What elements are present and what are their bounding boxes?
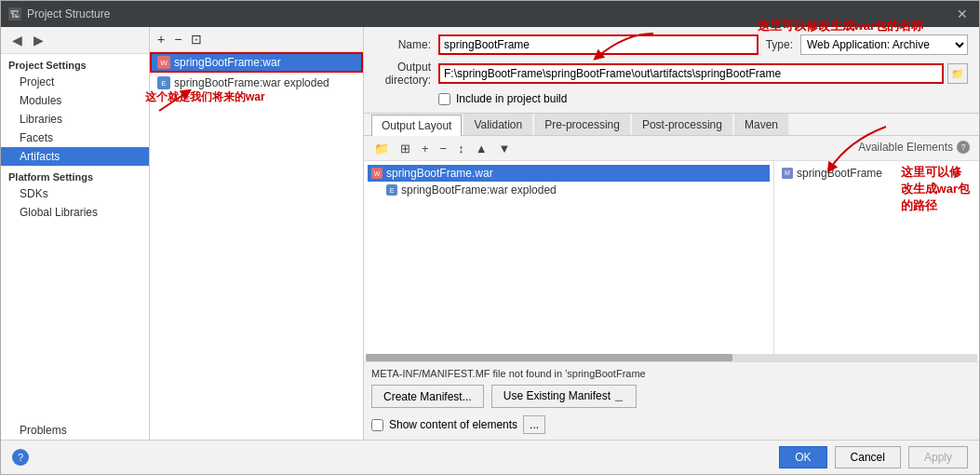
war-icon: W [157, 56, 170, 69]
artifact-war-label: springBootFrame:war [174, 56, 281, 69]
folder-icon-btn[interactable]: 📁 [369, 140, 394, 157]
include-in-build-checkbox[interactable] [438, 93, 450, 105]
tab-output-layout[interactable]: Output Layout [371, 115, 462, 136]
sidebar-item-global-libraries[interactable]: Global Libraries [1, 203, 149, 222]
available-sbf-label: springBootFrame [797, 167, 882, 180]
show-content-label: Show content of elements [389, 418, 517, 431]
output-dir-container: 📁 [438, 63, 968, 84]
footer: ? OK Cancel Apply [1, 440, 979, 474]
artifact-list: W springBootFrame:war E springBootFrame:… [150, 52, 363, 440]
up-btn[interactable]: ▲ [471, 140, 492, 157]
available-label: Available Elements [858, 141, 953, 154]
tree-item-war[interactable]: W springBootFrame.war [368, 165, 770, 182]
show-content-row: Show content of elements ... [371, 415, 972, 434]
name-input[interactable] [438, 34, 758, 55]
right-panel: Name: Type: Web Application: Archive Out… [364, 27, 979, 440]
project-settings-label: Project Settings [1, 54, 149, 73]
artifact-exploded-item[interactable]: E springBootFrame:war exploded [150, 73, 363, 93]
apply-button[interactable]: Apply [908, 446, 968, 468]
output-bottom: META-INF/MANIFEST.MF file not found in '… [364, 361, 979, 440]
output-split: W springBootFrame.war E springBootFrame:… [364, 161, 979, 354]
type-select[interactable]: Web Application: Archive [800, 34, 968, 55]
title-bar: 🏗 Project Structure ✕ [1, 1, 979, 27]
sidebar-item-artifacts[interactable]: Artifacts [1, 147, 149, 166]
name-label: Name: [375, 38, 431, 51]
tree-item-exploded[interactable]: E springBootFrame:war exploded [383, 182, 770, 198]
tree-war-label: springBootFrame.war [386, 167, 493, 180]
footer-left: ? [12, 449, 29, 466]
down-btn[interactable]: ▼ [494, 140, 516, 157]
remove-artifact-button[interactable]: − [170, 30, 185, 48]
footer-right: OK Cancel Apply [779, 446, 968, 468]
title-bar-left: 🏗 Project Structure [8, 7, 110, 20]
add-artifact-button[interactable]: + [154, 30, 168, 48]
tree-exploded-icon: E [386, 184, 397, 196]
ok-button[interactable]: OK [779, 446, 826, 468]
include-label: Include in project build [456, 92, 567, 105]
artifact-list-panel: + − ⊡ W springBootFrame:war E springBoot… [150, 27, 364, 440]
help-button[interactable]: ? [12, 449, 29, 466]
sidebar-item-modules[interactable]: Modules [1, 91, 149, 110]
show-content-button[interactable]: ... [523, 415, 545, 434]
main-content: ◀ ▶ Project Settings Project Modules Lib… [1, 27, 979, 440]
include-checkbox-row: Include in project build [438, 92, 968, 105]
output-layout: 📁 ⊞ + − ↕ ▲ ▼ Available Elements ? [364, 136, 979, 440]
reorder-btn[interactable]: ↕ [453, 140, 469, 157]
sidebar-item-problems[interactable]: Problems [1, 421, 149, 440]
show-content-checkbox[interactable] [371, 419, 383, 431]
output-toolbar: 📁 ⊞ + − ↕ ▲ ▼ Available Elements ? [364, 136, 979, 161]
browse-dir-button[interactable]: 📁 [947, 63, 968, 84]
forward-button[interactable]: ▶ [30, 31, 47, 49]
horizontal-scrollbar[interactable] [366, 354, 977, 361]
manifest-warning: META-INF/MANIFEST.MF file not found in '… [371, 368, 972, 379]
artifact-toolbar: + − ⊡ [150, 27, 363, 52]
platform-settings-label: Platform Settings [1, 166, 149, 184]
remove-output-btn[interactable]: − [436, 140, 452, 157]
output-dir-label: Output directory: [375, 61, 431, 87]
close-button[interactable]: ✕ [953, 5, 972, 23]
tab-maven[interactable]: Maven [734, 114, 788, 135]
dialog-icon: 🏗 [8, 7, 21, 20]
artifact-exploded-label: springBootFrame:war exploded [174, 76, 329, 89]
add-output-btn[interactable]: + [417, 140, 434, 157]
create-manifest-button[interactable]: Create Manifest... [371, 385, 484, 408]
output-tree: W springBootFrame.war E springBootFrame:… [364, 161, 774, 354]
sidebar-item-libraries[interactable]: Libraries [1, 110, 149, 129]
tab-pre-processing[interactable]: Pre-processing [534, 114, 630, 135]
project-structure-dialog: 🏗 Project Structure ✕ ◀ ▶ Project Settin… [0, 0, 980, 475]
tab-post-processing[interactable]: Post-processing [632, 114, 732, 135]
manifest-buttons: Create Manifest... Use Existing Manifest… [371, 385, 972, 408]
name-row: Name: Type: Web Application: Archive [375, 34, 968, 55]
sidebar-item-project[interactable]: Project [1, 73, 149, 91]
available-sbf-item[interactable]: M springBootFrame [778, 165, 975, 182]
copy-artifact-button[interactable]: ⊡ [187, 30, 206, 48]
available-elements-panel: M springBootFrame [774, 161, 979, 354]
type-label: Type: [766, 38, 793, 51]
back-button[interactable]: ◀ [8, 31, 26, 49]
tree-war-icon: W [371, 168, 383, 179]
available-elements-header: Available Elements ? [854, 139, 973, 157]
scrollbar-thumb [366, 354, 732, 361]
module-icon: M [782, 168, 793, 179]
grid-icon-btn[interactable]: ⊞ [396, 140, 415, 157]
artifact-config: Name: Type: Web Application: Archive Out… [364, 27, 979, 114]
tabs-row: Output Layout Validation Pre-processing … [364, 114, 979, 136]
use-existing-manifest-button[interactable]: Use Existing Manifest ＿ [491, 385, 638, 408]
output-dir-row: Output directory: 📁 [375, 61, 968, 87]
sidebar-item-facets[interactable]: Facets [1, 129, 149, 147]
sidebar: ◀ ▶ Project Settings Project Modules Lib… [1, 27, 150, 440]
artifact-war-item[interactable]: W springBootFrame:war [150, 52, 363, 73]
output-dir-input[interactable] [438, 63, 944, 84]
sidebar-nav: ◀ ▶ [1, 27, 149, 54]
tree-exploded-label: springBootFrame:war exploded [401, 183, 557, 197]
tab-validation[interactable]: Validation [463, 114, 532, 135]
available-help-icon[interactable]: ? [957, 141, 970, 154]
exploded-icon: E [157, 76, 170, 89]
sidebar-item-sdks[interactable]: SDKs [1, 184, 149, 203]
cancel-button[interactable]: Cancel [835, 446, 901, 468]
dialog-title: Project Structure [27, 7, 110, 20]
